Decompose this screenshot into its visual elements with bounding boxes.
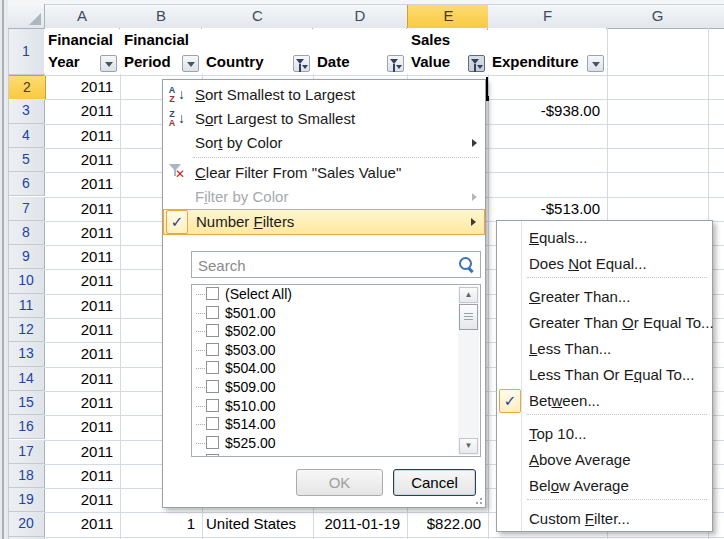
row-header-20[interactable]: 20 xyxy=(8,512,45,536)
filter-value-item[interactable]: $503.00 xyxy=(192,341,456,360)
value-checkbox[interactable] xyxy=(206,399,219,412)
row-header-19[interactable]: 19 xyxy=(8,488,45,512)
row-header-11[interactable]: 11 xyxy=(8,294,45,318)
header-cell-f[interactable]: Expenditure xyxy=(488,28,606,74)
column-header-e[interactable]: E xyxy=(407,4,490,30)
row-header-15[interactable]: 15 xyxy=(8,391,45,415)
cell-a11[interactable]: 2011 xyxy=(48,294,113,318)
filter-value-item[interactable]: $514.00 xyxy=(192,415,456,434)
filter-value-item[interactable]: $504.00 xyxy=(192,359,456,378)
row-header-7[interactable]: 7 xyxy=(8,197,45,221)
column-header-a[interactable]: A xyxy=(44,4,121,29)
cell-f3[interactable]: -$938.00 xyxy=(492,99,600,123)
number-filter-option[interactable]: Less Than Or Equal To... xyxy=(497,362,712,388)
row-header-18[interactable]: 18 xyxy=(8,464,45,488)
filter-button-c[interactable] xyxy=(293,55,310,72)
value-checkbox[interactable] xyxy=(206,343,219,356)
cell-a18[interactable]: 2011 xyxy=(48,464,113,488)
cell-b20[interactable]: 1 xyxy=(124,512,195,536)
row-header-16[interactable]: 16 xyxy=(8,415,45,439)
row-header-8[interactable]: 8 xyxy=(8,221,45,245)
row-header-12[interactable]: 12 xyxy=(8,318,45,342)
column-header-d[interactable]: D xyxy=(313,4,408,29)
cell-a19[interactable]: 2011 xyxy=(48,488,113,512)
cell-a20[interactable]: 2011 xyxy=(48,512,113,536)
header-cell-c[interactable]: Country xyxy=(202,28,312,74)
filter-value-item[interactable] xyxy=(192,452,456,457)
row-header-17[interactable]: 17 xyxy=(8,440,45,464)
search-icon[interactable] xyxy=(459,257,472,270)
cell-a4[interactable]: 2011 xyxy=(48,124,113,148)
filter-value-item[interactable]: $501.00 xyxy=(192,304,456,323)
filter-menu-item[interactable]: Sort by Color xyxy=(163,131,485,155)
value-checkbox[interactable] xyxy=(206,287,219,300)
filter-button-b[interactable] xyxy=(182,55,199,72)
scroll-down-button[interactable]: ▼ xyxy=(459,438,478,454)
resize-grip-icon[interactable] xyxy=(472,494,482,504)
number-filter-option[interactable]: Equals... xyxy=(497,225,712,251)
row-header-3[interactable]: 3 xyxy=(8,99,45,123)
cell-a7[interactable]: 2011 xyxy=(48,197,113,221)
row-header-9[interactable]: 9 xyxy=(8,245,45,269)
cell-c20[interactable]: United States xyxy=(206,512,306,536)
select-all-corner[interactable] xyxy=(8,4,45,29)
number-filter-option[interactable]: Does Not Equal... xyxy=(497,251,712,277)
row-header-1[interactable]: 1 xyxy=(8,28,45,75)
filter-value-item[interactable]: $525.00 xyxy=(192,434,456,453)
row-header-4[interactable]: 4 xyxy=(8,124,45,148)
value-checkbox[interactable] xyxy=(206,306,219,319)
cell-a6[interactable]: 2011 xyxy=(48,172,113,196)
cancel-button[interactable]: Cancel xyxy=(393,469,476,496)
header-cell-d[interactable]: Date xyxy=(313,28,406,74)
cell-a10[interactable]: 2011 xyxy=(48,269,113,293)
search-input[interactable] xyxy=(196,254,450,277)
cell-f7[interactable]: -$513.00 xyxy=(492,197,600,221)
value-checkbox[interactable] xyxy=(206,417,219,430)
filter-menu-item[interactable]: ✕Clear Filter From "Sales Value" xyxy=(163,161,485,185)
value-checkbox[interactable] xyxy=(206,380,219,393)
number-filter-option[interactable]: Less Than... xyxy=(497,336,712,362)
filter-button-d[interactable] xyxy=(387,55,404,72)
row-header-2[interactable]: 2 xyxy=(8,75,46,100)
row-header-6[interactable]: 6 xyxy=(8,172,45,196)
cell-a9[interactable]: 2011 xyxy=(48,245,113,269)
filter-value-item[interactable]: $509.00 xyxy=(192,378,456,397)
cell-a12[interactable]: 2011 xyxy=(48,318,113,342)
header-cell-e[interactable]: SalesValue xyxy=(407,28,487,74)
filter-menu-item[interactable]: AZ↓Sort Smallest to Largest xyxy=(163,83,485,107)
filter-button-e[interactable] xyxy=(468,55,485,72)
cell-a17[interactable]: 2011 xyxy=(48,440,113,464)
cell-a14[interactable]: 2011 xyxy=(48,367,113,391)
list-scrollbar[interactable]: ▲ ▼ xyxy=(458,286,479,455)
filter-value-item[interactable]: $502.00 xyxy=(192,322,456,341)
value-checkbox[interactable] xyxy=(206,436,219,449)
row-header-14[interactable]: 14 xyxy=(8,367,45,391)
cell-a13[interactable]: 2011 xyxy=(48,342,113,366)
scroll-up-button[interactable]: ▲ xyxy=(459,287,478,303)
filter-value-item[interactable]: (Select All) xyxy=(192,285,456,304)
filter-menu-item[interactable]: ✓Number Filters xyxy=(163,209,485,235)
number-filter-option[interactable]: Above Average xyxy=(497,447,712,473)
number-filter-option[interactable]: Greater Than... xyxy=(497,284,712,310)
column-header-partial[interactable] xyxy=(708,4,724,29)
column-header-f[interactable]: F xyxy=(488,4,608,29)
cell-a8[interactable]: 2011 xyxy=(48,221,113,245)
cell-a5[interactable]: 2011 xyxy=(48,148,113,172)
cell-a16[interactable]: 2011 xyxy=(48,415,113,439)
number-filter-option[interactable]: Greater Than Or Equal To... xyxy=(497,310,712,336)
number-filter-option[interactable]: Top 10... xyxy=(497,421,712,447)
header-cell-b[interactable]: FinancialPeriod xyxy=(120,28,201,74)
filter-menu-item[interactable]: ZA↓Sort Largest to Smallest xyxy=(163,107,485,131)
scrollbar-thumb[interactable] xyxy=(459,304,478,330)
cell-a3[interactable]: 2011 xyxy=(48,99,113,123)
row-header-10[interactable]: 10 xyxy=(8,269,45,293)
row-header-5[interactable]: 5 xyxy=(8,148,45,172)
column-header-b[interactable]: B xyxy=(120,4,203,29)
number-filter-option[interactable]: Below Average xyxy=(497,473,712,499)
header-cell-a[interactable]: FinancialYear xyxy=(44,28,119,74)
value-checkbox[interactable] xyxy=(206,361,219,374)
filter-button-f[interactable] xyxy=(587,55,604,72)
cell-a15[interactable]: 2011 xyxy=(48,391,113,415)
filter-value-item[interactable]: $510.00 xyxy=(192,397,456,416)
cell-a2[interactable]: 2011 xyxy=(48,75,113,99)
